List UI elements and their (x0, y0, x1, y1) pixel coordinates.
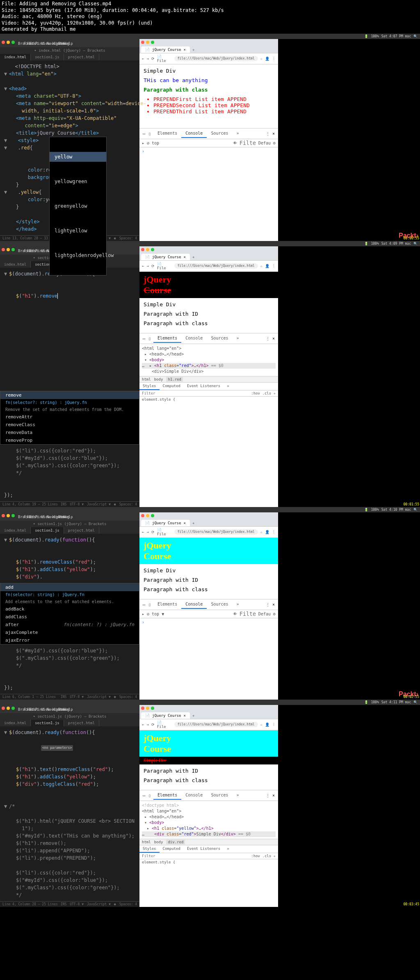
tooltip: <no parameters> (41, 745, 73, 751)
close-tab-icon[interactable]: × (183, 48, 185, 52)
dt-close-icon[interactable]: × (270, 131, 277, 136)
code-editor[interactable]: ▼$(document).ready(function(){ $("h1").r… (0, 534, 139, 583)
code-editor[interactable]: <!DOCTYPE html> ▼<html lang="en"> ▼<head… (0, 60, 139, 235)
search-icon[interactable]: 🔍 (413, 508, 418, 512)
url-input[interactable]: file:///Users/mac/Web/jQuery/index.html (174, 56, 258, 61)
code-editor[interactable]: ▼$(document).ready(function(){ <no param… (0, 726, 139, 901)
device-icon[interactable]: ▯ (148, 793, 151, 798)
maximize-icon[interactable] (11, 41, 15, 44)
minimize-icon[interactable] (7, 41, 10, 44)
search-icon[interactable]: 🔍 (413, 34, 418, 38)
dt-tab-elements[interactable]: Elements (153, 334, 181, 343)
menu-icon[interactable]: ⋮ (272, 264, 276, 268)
list-item: PREPENDSecond List item APPEND (153, 102, 274, 108)
ac-removeprop[interactable]: removeProp (0, 436, 139, 444)
tab-section[interactable]: section1.js (31, 54, 64, 60)
tab-index[interactable]: index.html (0, 54, 31, 60)
menu-edit[interactable]: Edit (30, 41, 33, 45)
meta-audio: Audio: aac, 48000 Hz, stereo (eng) (2, 14, 418, 20)
close-tab-icon[interactable]: × (183, 255, 185, 259)
profile-icon[interactable]: 👤 (265, 57, 269, 61)
tab-project[interactable]: project.html (64, 54, 99, 60)
file-icon: 📄 File (157, 55, 172, 63)
dt-tab-sources[interactable]: Sources (207, 129, 232, 138)
ac-greenyellow[interactable]: greenyellow (50, 201, 106, 211)
new-tab-icon[interactable]: + (190, 46, 197, 53)
star-icon[interactable]: ☆ (260, 264, 262, 268)
ac-yellow[interactable]: yellow (50, 152, 106, 162)
forward-icon[interactable]: → (146, 57, 148, 61)
breadcrumb[interactable]: htmlbodydiv.red (139, 839, 278, 845)
star-icon[interactable]: ☆ (260, 57, 262, 61)
ac-lightgoldenrod[interactable]: lightgoldenrodyellow (50, 250, 106, 260)
meta-generated: Generated by Thumbnail me (2, 26, 418, 33)
menu-brackets[interactable]: Brackets (18, 41, 21, 45)
clear-icon[interactable]: ⊘ (147, 141, 149, 145)
inspect-icon[interactable]: ▭ (143, 602, 145, 607)
dt-menu-icon[interactable]: ⋮ (266, 336, 270, 341)
menu-debug[interactable]: Debug (58, 41, 62, 45)
menu-help[interactable]: Help (64, 41, 67, 45)
editor-tabs: index.html section1.js project.html (0, 54, 139, 60)
tab-index[interactable]: index.html (0, 261, 31, 268)
ac-lightyellow[interactable]: lightyellow (50, 226, 106, 236)
ac-yellowgreen[interactable]: yellowgreen (50, 177, 106, 186)
devtools: ▭▯ Elements Console Sources » ⋮ × ▸ ⊘ to… (139, 128, 278, 172)
maximize-icon[interactable] (151, 41, 154, 44)
breadcrumb[interactable]: htmlbodyh1.red (139, 376, 278, 382)
back-icon[interactable]: ← (142, 264, 144, 268)
dt-tab-elements[interactable]: Elements (153, 129, 181, 138)
menu-view[interactable]: View (41, 41, 44, 45)
filter-input[interactable] (240, 140, 256, 146)
dt-menu-icon[interactable]: ⋮ (266, 131, 270, 136)
ac-removeattr[interactable]: removeAttr (0, 413, 139, 421)
menu-file[interactable]: File (24, 41, 27, 45)
reload-icon[interactable]: ⟳ (151, 57, 155, 61)
code-editor[interactable]: ▼$(document).ready(function(){ $("h1").r… (0, 268, 139, 391)
menu-navigate[interactable]: Navigate (47, 41, 50, 45)
sidebar-icon[interactable]: ▸ (142, 141, 144, 145)
console-output[interactable]: › (139, 147, 278, 172)
maximize-icon[interactable] (11, 248, 15, 251)
minimize-icon[interactable] (7, 248, 10, 251)
list: PREPENDFirst List item APPEND PREPENDSec… (153, 96, 274, 115)
styles-filter[interactable] (142, 391, 251, 395)
device-icon[interactable]: ▯ (148, 602, 151, 607)
para-class: Paragraph with class (144, 320, 274, 326)
device-icon[interactable]: ▯ (148, 131, 151, 136)
menu-window[interactable]: Window (52, 41, 56, 45)
ac-remove[interactable]: remove (0, 391, 139, 399)
settings-icon[interactable]: ⚙ (273, 141, 276, 145)
video-metadata: File: Adding and Removing Classes.mp4 Si… (0, 0, 420, 34)
menu-icon[interactable]: ⋮ (272, 57, 276, 61)
meta-video: Video: h264, yuv420p, 1920x1080, 30.00 f… (2, 20, 418, 27)
back-icon[interactable]: ← (142, 57, 144, 61)
inspect-icon[interactable]: ▭ (143, 336, 145, 341)
menu-find[interactable]: Find (35, 41, 39, 45)
dt-tab-console[interactable]: Console (181, 129, 207, 138)
minimize-icon[interactable] (146, 41, 149, 44)
autocomplete-remove[interactable]: remove fn(selector?: string) : jQuery.fn… (0, 391, 139, 445)
profile-icon[interactable]: 👤 (265, 264, 269, 268)
reload-icon[interactable]: ⟳ (151, 264, 155, 268)
dt-close-icon[interactable]: × (270, 336, 277, 341)
device-icon[interactable]: ▯ (148, 336, 151, 341)
new-tab-icon[interactable]: + (190, 254, 197, 260)
forward-icon[interactable]: → (146, 264, 148, 268)
close-icon[interactable] (2, 41, 5, 44)
inspect-icon[interactable]: ▭ (143, 793, 145, 798)
context-select[interactable]: top (152, 141, 159, 145)
dom-tree[interactable]: <!doctype html> <html lang="en"> ▸ <head… (139, 801, 278, 839)
close-icon[interactable] (2, 248, 5, 251)
dt-tab-more[interactable]: » (233, 129, 243, 138)
ac-removeclass[interactable]: removeClass (0, 421, 139, 429)
autocomplete-colors[interactable]: yellow yellowgreen greenyellow lightyell… (49, 137, 107, 275)
browser-tab-active[interactable]: 📄 jQuery Course × (141, 46, 190, 53)
close-icon[interactable] (141, 41, 144, 44)
search-icon[interactable]: 🔍 (413, 242, 418, 246)
dom-tree[interactable]: <html lang="en"> ▸ <head>…</head> ▾ <bod… (139, 344, 278, 376)
inspect-icon[interactable]: ▭ (143, 131, 145, 136)
ac-removedata[interactable]: removeData (0, 429, 139, 436)
eye-icon[interactable]: 👁 (233, 141, 237, 145)
autocomplete-add[interactable]: add fn(selector: string) : jQuery.fn Add… (0, 583, 139, 645)
